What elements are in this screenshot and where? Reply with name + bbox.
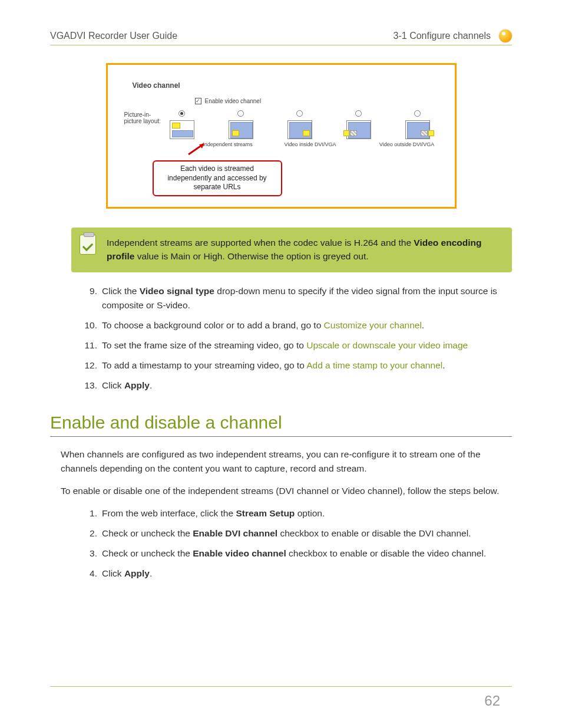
step-9: Click the Video signal type drop-down me… [102, 284, 512, 312]
step-13: Click Apply. [102, 378, 512, 393]
page-header: VGADVI Recorder User Guide 3-1 Configure… [50, 29, 512, 45]
pip-layout-options [161, 110, 438, 139]
section-heading: Enable and disable a channel [50, 413, 512, 437]
pip-radio-outside-right[interactable] [414, 110, 421, 117]
step-12: To add a timestamp to your streaming vid… [102, 358, 512, 373]
header-right: 3-1 Configure channels [394, 31, 491, 41]
pip-thumb-inside-left [229, 120, 253, 139]
link-add-timestamp[interactable]: Add a time stamp to your channel [306, 360, 442, 370]
page-number: 62 [484, 693, 500, 709]
enable-video-channel-row: Enable video channel [195, 98, 438, 104]
pip-thumb-outside-left [346, 120, 371, 139]
note-text-pre: Independent streams are supported when t… [107, 238, 414, 248]
pip-thumb-outside-right [405, 120, 430, 139]
link-upscale-downscale[interactable]: Upscale or downscale your video image [306, 340, 468, 350]
clipboard-check-icon [80, 235, 96, 255]
info-note: Independent streams are supported when t… [71, 228, 512, 273]
header-left: VGADVI Recorder User Guide [50, 31, 177, 41]
link-customize-channel[interactable]: Customize your channel [324, 320, 422, 330]
pip-radio-independent[interactable] [178, 110, 185, 117]
substep-2: Check or uncheck the Enable DVI channel … [102, 526, 512, 541]
step-11: To set the frame size of the streaming v… [102, 338, 512, 353]
step-10: To choose a background color or to add a… [102, 318, 512, 332]
enable-video-checkbox[interactable] [195, 98, 201, 104]
pip-thumb-independent [170, 120, 194, 139]
callout-box: Each video is streamed independently and… [153, 160, 282, 196]
pip-thumb-inside-right [287, 120, 312, 139]
pip-radio-inside-right[interactable] [296, 110, 303, 117]
figure-title: Video channel [124, 81, 438, 90]
enable-video-label: Enable video channel [205, 98, 262, 104]
pip-radio-outside-left[interactable] [355, 110, 362, 117]
callout-arrow-icon [186, 144, 438, 154]
paragraph-2: To enable or disable one of the independ… [61, 484, 512, 498]
pip-layout-label: Picture-in-picture layout: [124, 110, 161, 124]
steps-list-1-4: From the web interface, click the Stream… [80, 506, 512, 581]
substep-1: From the web interface, click the Stream… [102, 506, 512, 521]
substep-3: Check or uncheck the Enable video channe… [102, 546, 512, 561]
note-text-post: value is Main or High. Otherwise the opt… [134, 251, 368, 261]
substep-4: Click Apply. [102, 566, 512, 581]
paragraph-1: When channels are configured as two inde… [61, 447, 512, 476]
screenshot-figure: Video channel Enable video channel Pictu… [106, 63, 457, 209]
steps-list-9-13: Click the Video signal type drop-down me… [80, 284, 512, 393]
brand-logo-icon [499, 29, 512, 42]
pip-radio-inside-left[interactable] [237, 110, 244, 117]
footer-divider [50, 686, 512, 687]
